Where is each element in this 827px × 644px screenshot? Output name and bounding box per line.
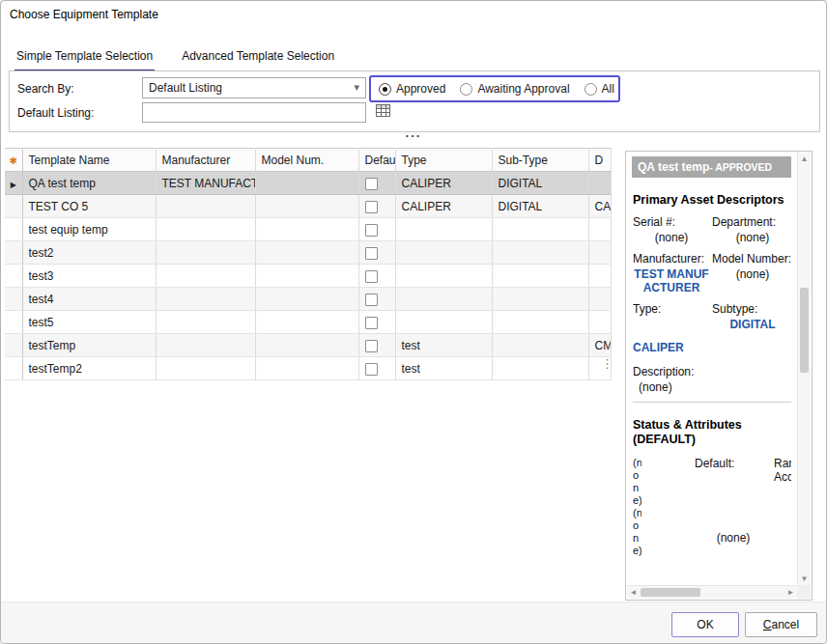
cell-manufacturer (156, 241, 255, 265)
cell-sub-type (492, 265, 588, 288)
cell-default (358, 172, 395, 195)
table-row[interactable]: ▶ QA test temp TEST MANUFACTUR CALIPER D… (5, 172, 611, 195)
cell-template-name: testTemp (22, 334, 156, 357)
department-label: Department: (712, 215, 791, 229)
table-row[interactable]: test5 (5, 311, 611, 334)
cell-manufacturer (156, 311, 255, 334)
row-indicator (5, 311, 22, 334)
horizontal-splitter-handle[interactable]: ... (1, 126, 826, 140)
cell-type (395, 265, 492, 288)
cell-manufacturer (156, 357, 255, 380)
cell-sub-type (492, 334, 588, 357)
radio-label: Approved (396, 82, 445, 96)
radio-option-all[interactable]: All (585, 82, 614, 96)
cell-model-num (255, 195, 358, 218)
default-listing-input[interactable] (142, 102, 366, 123)
cell-template-name: test equip temp (22, 218, 156, 241)
choose-equipment-template-dialog: Choose Equipment Template Simple Templat… (0, 0, 827, 644)
cell-type (395, 288, 492, 311)
cell-description (588, 218, 611, 241)
type-value: CALIPER (633, 341, 710, 354)
subtype-label: Subtype: (712, 302, 791, 316)
row-indicator (5, 357, 22, 380)
cell-manufacturer: TEST MANUFACTUR (156, 172, 255, 195)
default-checkbox[interactable] (365, 317, 378, 329)
column-header-default[interactable]: Defau (358, 149, 395, 172)
default-checkbox[interactable] (365, 363, 378, 376)
default-checkbox[interactable] (365, 294, 378, 306)
scroll-up-icon[interactable]: ▲ (798, 153, 811, 165)
default-value: (none) (695, 531, 772, 582)
default-checkbox[interactable] (365, 270, 378, 283)
column-header-model-num[interactable]: Model Num. (255, 149, 358, 172)
horizontal-scroll-thumb[interactable] (641, 588, 700, 597)
column-header-manufacturer[interactable]: Manufacturer (156, 149, 255, 172)
scroll-down-icon[interactable]: ▼ (798, 573, 811, 585)
vertical-scroll-thumb[interactable] (800, 288, 809, 373)
cell-description (588, 288, 611, 311)
default-checkbox[interactable] (365, 247, 378, 260)
default-checkbox[interactable] (365, 224, 378, 237)
cell-model-num (255, 218, 358, 241)
section-divider (633, 402, 791, 403)
cell-model-num (255, 311, 358, 334)
table-row[interactable]: testTemp2 test (5, 357, 611, 380)
scroll-left-icon[interactable]: ◄ (627, 586, 640, 599)
cell-template-name: testTemp2 (22, 357, 156, 380)
scroll-right-icon[interactable]: ► (784, 586, 797, 599)
search-panel: Search By: Default Listing ▾ Approved Aw… (9, 70, 820, 132)
radio-unselected-icon (585, 83, 597, 96)
cell-model-num (255, 288, 358, 311)
row-indicator (5, 241, 22, 265)
radio-option-awaiting-approval[interactable]: Awaiting Approval (460, 82, 569, 96)
cell-template-name: test2 (22, 241, 156, 265)
cell-template-name: test4 (22, 288, 156, 311)
preview-panel: QA test temp - APPROVED Primary Asset De… (625, 151, 813, 601)
table-row[interactable]: test equip temp (5, 218, 611, 241)
cell-description: CA (588, 195, 611, 218)
cell-default (358, 218, 395, 241)
subtype-value: DIGITAL (712, 318, 791, 331)
table-row[interactable]: TEST CO 5 CALIPER DIGITAL CA (5, 195, 611, 218)
column-header-template-name[interactable]: Template Name (22, 149, 156, 172)
table-row[interactable]: test3 (5, 265, 611, 288)
search-by-dropdown[interactable]: Default Listing ▾ (142, 77, 366, 98)
cell-model-num (255, 357, 358, 380)
table-row[interactable]: test2 (5, 241, 611, 265)
cell-template-name: test3 (22, 265, 156, 288)
row-indicator (5, 265, 22, 288)
cell-type: CALIPER (395, 195, 492, 218)
ok-button[interactable]: OK (671, 612, 739, 637)
default-checkbox[interactable] (365, 201, 378, 213)
cell-description (588, 265, 611, 288)
department-value: (none) (712, 231, 791, 244)
default-checkbox[interactable] (365, 178, 378, 190)
scrollbar-corner (797, 585, 811, 599)
default-checkbox[interactable] (365, 340, 378, 352)
column-header-sub-type[interactable]: Sub-Type (492, 149, 588, 172)
radio-option-approved[interactable]: Approved (379, 82, 445, 96)
cell-default (358, 195, 395, 218)
cell-sub-type (492, 241, 588, 265)
table-row[interactable]: test4 (5, 288, 611, 311)
model-number-label: Model Number: (712, 252, 791, 266)
column-header-description[interactable]: D (588, 149, 611, 172)
vertical-splitter-handle[interactable]: ⋮ (601, 360, 611, 368)
tab-simple-template-selection[interactable]: Simple Template Selection (14, 45, 155, 72)
cell-model-num (255, 265, 358, 288)
serial-value: (none) (633, 231, 710, 244)
cell-default (358, 265, 395, 288)
tab-bar: Simple Template Selection Advanced Templ… (14, 45, 336, 72)
cancel-button[interactable]: Cancel (745, 612, 817, 637)
preview-horizontal-scrollbar[interactable]: ◄ ► (627, 585, 797, 599)
cell-manufacturer (156, 334, 255, 357)
preview-vertical-scrollbar[interactable]: ▲ ▼ (797, 153, 811, 585)
column-header-type[interactable]: Type (395, 149, 492, 172)
listing-grid-icon[interactable] (375, 104, 391, 119)
tab-advanced-template-selection[interactable]: Advanced Template Selection (180, 45, 336, 72)
cell-description (588, 172, 611, 195)
table-row[interactable]: testTemp test CM (5, 334, 611, 357)
serial-label: Serial #: (633, 215, 710, 229)
cell-default (358, 241, 395, 265)
type-label: Type: (633, 302, 710, 316)
